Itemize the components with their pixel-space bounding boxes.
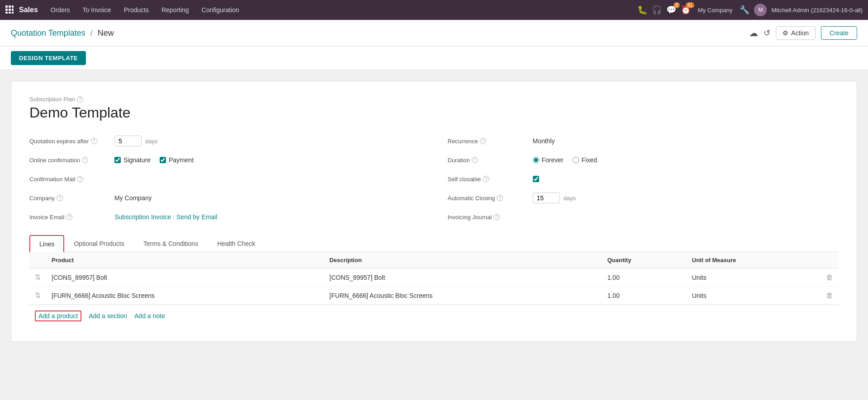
description-cell[interactable]: [FURN_6666] Acoustic Bloc Screens (324, 287, 602, 305)
product-cell[interactable]: [CONS_89957] Bolt (46, 268, 324, 287)
drag-handle-icon[interactable]: ⇅ (35, 292, 41, 299)
bug-icon[interactable]: 🐛 (637, 5, 647, 15)
clock-icon[interactable]: ⏰ 41 (681, 5, 691, 15)
breadcrumb-bar: Quotation Templates / New ☁ ↺ ⚙ Action C… (0, 20, 868, 47)
add-note-link[interactable]: Add a note (134, 312, 165, 320)
breadcrumb-actions: ☁ ↺ ⚙ Action Create (749, 26, 857, 40)
main-content: Subscription Plan ? Demo Template Quotat… (0, 70, 868, 400)
table-header: Product Description Quantity Unit of Mea… (29, 252, 839, 268)
product-cell[interactable]: [FURN_6666] Acoustic Bloc Screens (46, 287, 324, 305)
form-fields-grid: Quotation expires after ? days Online co… (29, 134, 839, 224)
nav-to-invoice[interactable]: To Invoice (77, 4, 117, 16)
tab-optional-products[interactable]: Optional Products (64, 235, 133, 252)
app-name[interactable]: Sales (19, 6, 38, 14)
duration-fixed-label: Fixed (582, 156, 597, 164)
recurrence-row: Recurrence ? Monthly (448, 134, 839, 148)
online-confirmation-label: Online confirmation ? (29, 157, 111, 164)
delete-row-icon[interactable]: 🗑 (826, 292, 833, 299)
quotation-expires-input[interactable] (114, 136, 142, 146)
duration-help-icon[interactable]: ? (472, 157, 478, 163)
quotation-expires-label: Quotation expires after ? (29, 138, 111, 145)
self-closable-row: Self closable ? (448, 172, 839, 186)
col-actions (821, 252, 839, 268)
col-quantity: Quantity (602, 252, 687, 268)
company-help-icon[interactable]: ? (57, 195, 63, 201)
messages-icon[interactable]: 💬 8 (666, 5, 676, 15)
drag-handle-cell[interactable]: ⇅ (29, 287, 46, 305)
invoice-email-help-icon[interactable]: ? (66, 214, 72, 220)
self-closable-label: Self closable ? (448, 176, 529, 183)
breadcrumb: Quotation Templates / New (11, 28, 114, 38)
cloud-save-icon[interactable]: ☁ (749, 28, 758, 38)
delete-cell[interactable]: 🗑 (821, 268, 839, 287)
avatar[interactable]: M (754, 4, 767, 16)
add-section-link[interactable]: Add a section (89, 312, 127, 320)
automatic-closing-input[interactable] (533, 193, 560, 203)
svg-rect-6 (5, 12, 8, 14)
self-closable-checkbox-container (533, 176, 539, 182)
template-title[interactable]: Demo Template (29, 104, 839, 121)
wrench-icon[interactable]: 🔧 (740, 5, 749, 15)
self-closable-help-icon[interactable]: ? (483, 176, 489, 182)
add-product-link[interactable]: Add a product (35, 311, 81, 321)
nav-reporting[interactable]: Reporting (156, 4, 194, 16)
action-label: Action (791, 29, 809, 37)
subscription-plan-help-icon[interactable]: ? (77, 96, 83, 103)
self-closable-checkbox[interactable] (533, 176, 539, 182)
description-cell[interactable]: [CONS_89957] Bolt (324, 268, 602, 287)
reset-icon[interactable]: ↺ (764, 28, 770, 38)
tab-terms-conditions[interactable]: Terms & Conditions (134, 235, 208, 252)
quantity-cell[interactable]: 1.00 (602, 268, 687, 287)
online-confirmation-row: Online confirmation ? Signature Payment (29, 153, 421, 167)
table-row: ⇅ [CONS_89957] Bolt [CONS_89957] Bolt 1.… (29, 268, 839, 287)
confirmation-mail-help-icon[interactable]: ? (77, 176, 83, 182)
duration-fixed-radio[interactable] (573, 157, 579, 163)
table-body: ⇅ [CONS_89957] Bolt [CONS_89957] Bolt 1.… (29, 268, 839, 305)
table-row: ⇅ [FURN_6666] Acoustic Bloc Screens [FUR… (29, 287, 839, 305)
nav-products[interactable]: Products (119, 4, 154, 16)
automatic-closing-help-icon[interactable]: ? (497, 195, 503, 201)
svg-rect-1 (9, 5, 11, 8)
drag-handle-icon[interactable]: ⇅ (35, 273, 41, 281)
user-name: Mitchell Admin (21623424-16-0-all) (771, 7, 863, 14)
nav-configuration[interactable]: Configuration (196, 4, 245, 16)
company-value: My Company (114, 194, 152, 202)
messages-badge: 8 (674, 2, 680, 8)
tab-lines[interactable]: Lines (29, 235, 64, 252)
grid-icon[interactable] (5, 5, 14, 15)
delete-cell[interactable]: 🗑 (821, 287, 839, 305)
products-table: Product Description Quantity Unit of Mea… (29, 252, 839, 305)
duration-forever-radio[interactable] (533, 157, 539, 163)
right-column: Recurrence ? Monthly Duration ? Forever (448, 134, 839, 224)
breadcrumb-parent[interactable]: Quotation Templates (11, 28, 85, 38)
company-label: Company ? (29, 195, 111, 202)
signature-label: Signature (123, 156, 151, 164)
quantity-cell[interactable]: 1.00 (602, 287, 687, 305)
design-template-button[interactable]: DESIGN TEMPLATE (11, 51, 86, 65)
left-column: Quotation expires after ? days Online co… (29, 134, 421, 224)
create-button[interactable]: Create (821, 26, 857, 40)
recurrence-help-icon[interactable]: ? (480, 138, 486, 144)
delete-row-icon[interactable]: 🗑 (826, 273, 833, 281)
duration-row: Duration ? Forever Fixed (448, 153, 839, 167)
tab-health-check[interactable]: Health Check (208, 235, 265, 252)
headphones-icon[interactable]: 🎧 (652, 5, 662, 15)
signature-checkbox[interactable] (114, 157, 121, 163)
company-name[interactable]: My Company (698, 7, 733, 14)
online-confirmation-help-icon[interactable]: ? (82, 157, 88, 163)
invoicing-journal-label: Invoicing Journal ? (448, 214, 529, 221)
nav-orders[interactable]: Orders (45, 4, 76, 16)
quotation-expires-row: Quotation expires after ? days (29, 134, 421, 148)
company-row: Company ? My Company (29, 191, 421, 205)
action-button[interactable]: ⚙ Action (776, 26, 816, 40)
tabs: Lines Optional Products Terms & Conditio… (29, 235, 839, 252)
signature-checkbox-container: Signature (114, 156, 151, 164)
payment-checkbox[interactable] (160, 157, 166, 163)
add-row: Add a product Add a section Add a note (29, 305, 839, 327)
automatic-closing-row: Automatic Closing ? days (448, 191, 839, 205)
payment-checkbox-container: Payment (160, 156, 194, 164)
quotation-expires-help-icon[interactable]: ? (91, 138, 97, 144)
drag-handle-cell[interactable]: ⇅ (29, 268, 46, 287)
quotation-expires-unit: days (145, 138, 157, 145)
invoicing-journal-help-icon[interactable]: ? (493, 214, 500, 220)
